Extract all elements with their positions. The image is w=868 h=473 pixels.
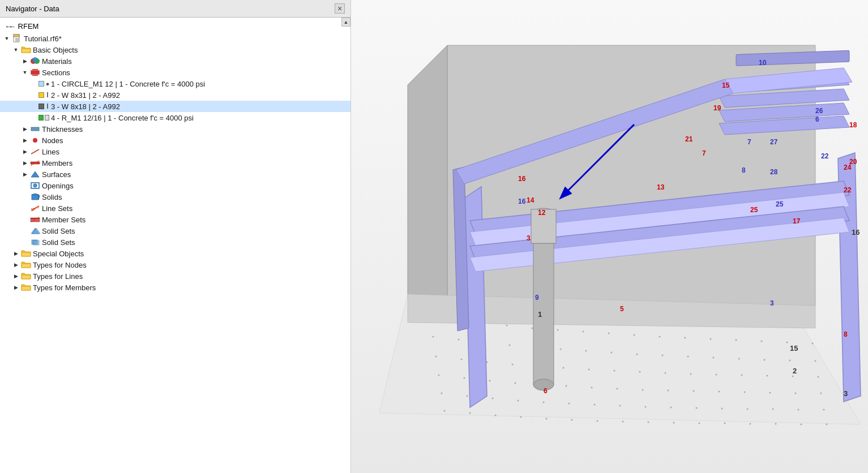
svg-point-67 — [461, 359, 463, 360]
svg-point-88 — [591, 387, 593, 389]
surface-sets-item[interactable]: Solid Sets — [0, 225, 350, 236]
line-sets-item[interactable]: Line Sets — [0, 203, 350, 214]
nodes-item[interactable]: ▶ Nodes — [0, 135, 350, 146]
svg-rect-11 — [31, 127, 39, 131]
surfaces-label: Surfaces — [42, 170, 71, 179]
svg-point-72 — [588, 369, 590, 371]
svg-text:16: 16 — [518, 197, 526, 205]
special-objects-toggle[interactable]: ▶ — [11, 249, 20, 258]
svg-point-79 — [767, 375, 768, 377]
solids-icon — [29, 192, 41, 201]
section-1-item[interactable]: ● 1 - CIRCLE_M1 12 | 1 - Concrete f'c = … — [0, 78, 350, 89]
materials-item[interactable]: ▶ Materials — [0, 55, 350, 67]
svg-point-109 — [721, 408, 723, 410]
svg-text:9: 9 — [535, 294, 539, 302]
basic-objects-toggle[interactable]: ▼ — [11, 45, 20, 54]
types-nodes-item[interactable]: ▶ Types for Nodes — [0, 259, 350, 270]
3d-scene: 3 5 6 7 8 12 13 14 15 16 17 18 19 20 21 … — [351, 0, 868, 473]
svg-point-85 — [515, 382, 516, 384]
section-2-item[interactable]: I 2 - W 8x31 | 2 - A992 — [0, 89, 350, 101]
materials-toggle[interactable]: ▶ — [20, 57, 29, 66]
lines-toggle[interactable]: ▶ — [20, 147, 29, 156]
special-objects-label: Special Objects — [33, 250, 84, 258]
types-members-toggle[interactable]: ▶ — [11, 283, 20, 292]
svg-point-61 — [713, 357, 715, 359]
thicknesses-item[interactable]: ▶ Thicknesses — [0, 123, 350, 135]
svg-point-118 — [546, 418, 548, 420]
section-3-item[interactable]: I 3 - W 8x18 | 2 - A992 — [0, 101, 350, 112]
sections-item[interactable]: ▼ Sections — [0, 67, 350, 78]
openings-item[interactable]: Openings — [0, 180, 350, 191]
svg-point-42 — [634, 334, 635, 336]
types-nodes-toggle[interactable]: ▶ — [11, 260, 20, 269]
svg-marker-20 — [32, 194, 39, 195]
svg-point-74 — [639, 371, 641, 373]
svg-point-55 — [560, 349, 562, 350]
sections-toggle[interactable]: ▼ — [20, 68, 29, 77]
section-4-item[interactable]: 4 - R_M1 12/16 | 1 - Concrete f'c = 4000… — [0, 112, 350, 123]
svg-point-39 — [557, 329, 559, 331]
close-button[interactable]: × — [335, 3, 345, 14]
svg-point-57 — [611, 352, 613, 354]
solids-label: Solids — [42, 193, 62, 201]
openings-label: Openings — [42, 182, 74, 190]
svg-point-111 — [772, 408, 774, 410]
special-folder-icon — [20, 249, 32, 258]
svg-point-60 — [687, 356, 689, 358]
section-3-label: 3 - W 8x18 | 2 - A992 — [51, 102, 120, 111]
svg-text:18: 18 — [849, 121, 857, 129]
svg-text:17: 17 — [793, 217, 801, 225]
svg-point-123 — [673, 422, 675, 424]
lines-item[interactable]: ▶ Lines — [0, 146, 350, 157]
svg-point-75 — [665, 372, 666, 374]
svg-point-116 — [495, 415, 497, 416]
viewport-panel: 3 5 6 7 8 12 13 14 15 16 17 18 19 20 21 … — [351, 0, 868, 473]
svg-point-96 — [795, 393, 797, 394]
section-3-color-icon: I — [39, 102, 50, 111]
thicknesses-toggle[interactable]: ▶ — [20, 124, 29, 134]
surfaces-item[interactable]: ▶ Surfaces — [0, 169, 350, 180]
svg-point-59 — [662, 355, 664, 356]
svg-text:15: 15 — [722, 81, 730, 89]
surfaces-icon — [29, 170, 41, 179]
basic-objects-item[interactable]: ▼ Basic Objects — [0, 44, 350, 55]
svg-point-45 — [710, 338, 712, 340]
nodes-toggle[interactable]: ▶ — [20, 136, 29, 145]
svg-point-12 — [33, 138, 37, 143]
member-sets-icon — [29, 215, 41, 224]
svg-text:28: 28 — [770, 168, 778, 176]
solid-sets-item[interactable]: Solid Sets — [0, 236, 350, 248]
svg-text:27: 27 — [770, 138, 778, 146]
svg-point-58 — [636, 354, 638, 355]
types-members-item[interactable]: ▶ Types for Members — [0, 282, 350, 293]
types-nodes-label: Types for Nodes — [33, 261, 87, 269]
svg-rect-19 — [32, 195, 39, 200]
member-sets-item[interactable]: Member Sets — [0, 214, 350, 225]
types-lines-toggle[interactable]: ▶ — [11, 272, 20, 281]
svg-rect-31 — [33, 240, 39, 245]
root-toggle[interactable]: ▼ — [2, 34, 11, 43]
root-item[interactable]: ▼ Tutorial.rf6* — [0, 33, 350, 44]
svg-point-53 — [509, 345, 511, 346]
svg-point-80 — [792, 376, 794, 377]
svg-point-18 — [33, 184, 37, 187]
scroll-up-button[interactable]: ▲ — [341, 18, 350, 27]
section-4-color-icon — [39, 113, 50, 122]
svg-rect-1 — [14, 35, 19, 37]
svg-point-51 — [458, 339, 460, 341]
members-item[interactable]: ▶ Members — [0, 157, 350, 169]
special-objects-item[interactable]: ▶ Special Objects — [0, 248, 350, 259]
svg-point-114 — [444, 410, 446, 412]
surfaces-toggle[interactable]: ▶ — [20, 170, 29, 179]
rfem-back-link[interactable]: ← ← RFEM — [0, 20, 350, 33]
solids-item[interactable]: Solids — [0, 191, 350, 203]
svg-point-40 — [583, 331, 584, 333]
thicknesses-icon — [29, 124, 41, 134]
svg-point-62 — [738, 358, 740, 360]
types-lines-item[interactable]: ▶ Types for Lines — [0, 270, 350, 282]
surface-sets-icon — [29, 226, 41, 235]
members-toggle[interactable]: ▶ — [20, 158, 29, 167]
svg-text:22: 22 — [844, 186, 852, 194]
svg-text:6: 6 — [544, 387, 548, 395]
section-1-color-icon: ● — [39, 79, 50, 88]
